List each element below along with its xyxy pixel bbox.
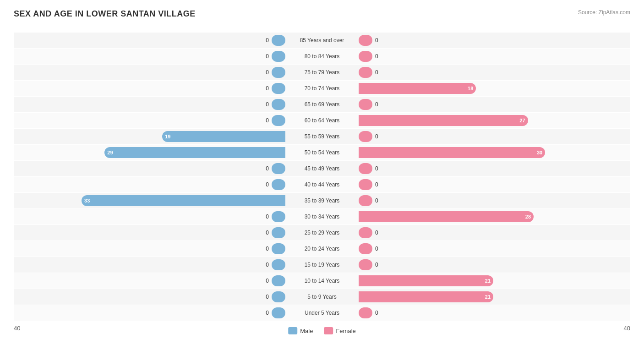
male-bar — [272, 83, 285, 94]
age-label: 5 to 9 Years — [285, 294, 359, 300]
female-bar — [359, 307, 372, 318]
female-value: 0 — [375, 53, 378, 60]
female-value: 0 — [375, 230, 378, 236]
female-value: 0 — [375, 197, 378, 204]
chart-row: 040 to 44 Years0 — [14, 177, 630, 192]
chart-row: 020 to 24 Years0 — [14, 241, 630, 257]
female-bar: 21 — [359, 275, 493, 286]
female-bar-label: 21 — [482, 294, 493, 300]
chart-row: 0Under 5 Years0 — [14, 305, 630, 321]
age-label: 40 to 44 Years — [285, 181, 359, 188]
male-bar — [272, 51, 285, 62]
male-bar — [272, 67, 285, 78]
chart-container: SEX AND AGE IN LOWER SANTAN VILLAGE Sour… — [0, 0, 644, 339]
female-bar: 30 — [359, 147, 545, 158]
male-bar — [272, 211, 285, 222]
age-label: 60 to 64 Years — [285, 117, 359, 124]
age-label: 35 to 39 Years — [285, 197, 359, 204]
chart-row: 085 Years and over0 — [14, 33, 630, 48]
male-value: 0 — [260, 181, 269, 188]
male-value: 0 — [260, 246, 269, 252]
female-bar — [359, 163, 372, 174]
male-bar — [272, 35, 285, 46]
male-value: 0 — [260, 310, 269, 316]
female-bar — [359, 195, 372, 206]
male-bar — [272, 291, 285, 302]
male-value: 0 — [260, 165, 269, 172]
male-bar — [272, 243, 285, 254]
male-bar — [272, 115, 285, 126]
age-label: 55 to 59 Years — [285, 133, 359, 140]
male-value: 0 — [260, 37, 269, 44]
chart-row: 045 to 49 Years0 — [14, 161, 630, 176]
male-value: 0 — [260, 294, 269, 300]
male-bar — [272, 99, 285, 110]
female-bar-label: 27 — [517, 118, 528, 123]
age-label: 25 to 29 Years — [285, 230, 359, 236]
age-label: 10 to 14 Years — [285, 278, 359, 284]
legend-male: Male — [288, 327, 313, 334]
female-bar — [359, 131, 372, 142]
chart-row: 030 to 34 Years28 — [14, 209, 630, 224]
male-value: 0 — [260, 213, 269, 220]
chart-row: 015 to 19 Years0 — [14, 257, 630, 273]
female-bar-label: 30 — [534, 150, 545, 155]
female-bar — [359, 227, 372, 238]
male-bar-label: 29 — [104, 150, 115, 155]
female-bar: 21 — [359, 291, 493, 302]
chart-row: 05 to 9 Years21 — [14, 289, 630, 305]
male-bar-label: 33 — [82, 198, 93, 203]
female-value: 0 — [375, 37, 378, 44]
male-value: 0 — [260, 117, 269, 124]
female-value: 0 — [375, 262, 378, 268]
axis-left: 40 — [14, 325, 20, 332]
female-bar-label: 21 — [482, 278, 493, 284]
female-bar: 18 — [359, 83, 476, 94]
male-bar: 19 — [162, 131, 285, 142]
male-bar: 29 — [104, 147, 285, 158]
female-bar: 27 — [359, 115, 528, 126]
age-label: 80 to 84 Years — [285, 53, 359, 60]
female-bar — [359, 259, 372, 270]
age-label: 15 to 19 Years — [285, 262, 359, 268]
male-bar-label: 19 — [162, 134, 173, 139]
female-value: 0 — [375, 133, 378, 140]
male-bar — [272, 227, 285, 238]
female-value: 0 — [375, 310, 378, 316]
female-bar — [359, 67, 372, 78]
male-label: Male — [300, 328, 313, 334]
female-bar-label: 28 — [523, 214, 534, 219]
chart-row: 025 to 29 Years0 — [14, 225, 630, 241]
age-label: 30 to 34 Years — [285, 213, 359, 220]
age-label: Under 5 Years — [285, 310, 359, 316]
male-value: 0 — [260, 230, 269, 236]
female-value: 0 — [375, 165, 378, 172]
age-label: 70 to 74 Years — [285, 85, 359, 92]
chart-row: 3335 to 39 Years0 — [14, 193, 630, 208]
male-bar — [272, 259, 285, 270]
source-text: Source: ZipAtlas.com — [578, 9, 630, 16]
male-value: 0 — [260, 69, 269, 76]
axis-right: 40 — [624, 325, 630, 332]
female-bar: 28 — [359, 211, 534, 222]
male-swatch — [288, 327, 297, 334]
male-bar: 33 — [82, 195, 285, 206]
female-value: 0 — [375, 69, 378, 76]
female-swatch — [324, 327, 333, 334]
female-value: 0 — [375, 246, 378, 252]
chart-row: 060 to 64 Years27 — [14, 113, 630, 128]
female-bar — [359, 51, 372, 62]
female-bar-label: 18 — [465, 86, 476, 91]
male-value: 0 — [260, 53, 269, 60]
male-bar — [272, 163, 285, 174]
male-bar — [272, 179, 285, 190]
male-bar — [272, 275, 285, 286]
chart-row: 2950 to 54 Years30 — [14, 145, 630, 160]
female-bar — [359, 99, 372, 110]
age-label: 50 to 54 Years — [285, 149, 359, 156]
male-value: 0 — [260, 101, 269, 108]
legend-female: Female — [324, 327, 355, 334]
male-bar — [272, 307, 285, 318]
female-value: 0 — [375, 101, 378, 108]
chart-row: 070 to 74 Years18 — [14, 81, 630, 96]
